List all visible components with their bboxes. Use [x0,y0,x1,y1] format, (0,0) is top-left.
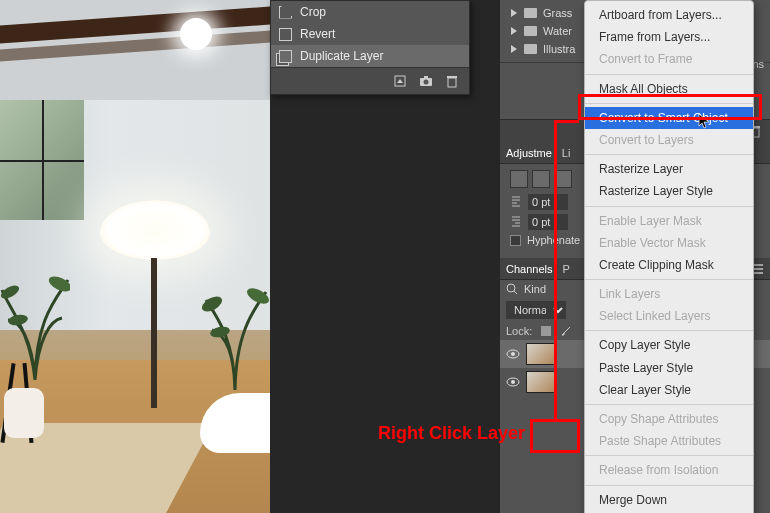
lock-pixels-icon[interactable] [540,325,552,337]
svg-point-14 [507,284,515,292]
brush-icon[interactable] [560,325,572,337]
context-item-merge-down[interactable]: Merge Down [585,489,753,511]
lock-label: Lock: [506,325,532,337]
spacing-input-2[interactable] [528,214,568,230]
tab-libraries[interactable]: Li [562,147,571,159]
context-item-release-from-isolation: Release from Isolation [585,459,753,481]
context-item-link-layers: Link Layers [585,283,753,305]
svg-point-0 [0,283,21,302]
tab-adjustments[interactable]: Adjustme [506,147,552,159]
lamp [100,200,210,260]
visibility-icon[interactable] [506,347,520,361]
svg-rect-10 [448,78,456,87]
context-item-frame-from-layers[interactable]: Frame from Layers... [585,26,753,48]
plant [0,220,70,380]
svg-point-19 [511,380,515,384]
new-preset-icon[interactable] [393,74,407,88]
svg-rect-9 [424,76,428,79]
folder-icon [524,8,537,18]
context-item-copy-shape-attributes: Copy Shape Attributes [585,408,753,430]
plant [200,230,270,390]
folder-label: Grass [543,7,572,19]
svg-rect-15 [541,326,551,336]
tool-preset-dropdown: Crop Revert Duplicate Layer [270,0,470,95]
hyphenate-checkbox[interactable] [510,235,521,246]
context-item-paste-layer-style[interactable]: Paste Layer Style [585,357,753,379]
spacing-input-1[interactable] [528,194,568,210]
tab-paths[interactable]: P [562,263,569,275]
duplicate-icon [279,50,292,63]
layer-thumbnail [526,371,556,393]
context-item-clear-layer-style[interactable]: Clear Layer Style [585,379,753,401]
svg-rect-11 [447,76,457,78]
context-item-convert-to-smart-object[interactable]: Convert to Smart Object [585,107,753,129]
search-icon [506,283,518,295]
folder-icon [524,44,537,54]
adjustment-brightness-icon[interactable] [510,170,528,188]
folder-label: Illustra [543,43,575,55]
context-item-convert-to-frame: Convert to Frame [585,48,753,70]
crop-icon [279,6,292,19]
trash-icon[interactable] [445,74,459,88]
context-item-copy-layer-style[interactable]: Copy Layer Style [585,334,753,356]
menu-item-revert[interactable]: Revert [271,23,469,45]
context-item-rasterize-layer[interactable]: Rasterize Layer [585,158,753,180]
svg-point-8 [424,80,429,85]
context-item-paste-shape-attributes: Paste Shape Attributes [585,430,753,452]
ceiling-light [180,18,212,50]
adjustment-curves-icon[interactable] [554,170,572,188]
indent-left-icon [510,196,522,208]
caret-right-icon [510,45,518,53]
context-item-artboard-from-layers[interactable]: Artboard from Layers... [585,4,753,26]
menu-item-label: Crop [300,5,326,19]
context-item-enable-vector-mask: Enable Vector Mask [585,232,753,254]
svg-point-2 [7,313,28,326]
context-item-mask-all-objects[interactable]: Mask All Objects [585,78,753,100]
revert-icon [279,28,292,41]
hyphenate-label: Hyphenate [527,234,580,246]
dropdown-footer [271,67,469,94]
menu-item-duplicate-layer[interactable]: Duplicate Layer [271,45,469,67]
adjustment-levels-icon[interactable] [532,170,550,188]
context-item-create-clipping-mask[interactable]: Create Clipping Mask [585,254,753,276]
camera-icon[interactable] [419,74,433,88]
blend-mode-select[interactable]: Normal [506,301,566,319]
folder-icon [524,26,537,36]
svg-point-17 [511,352,515,356]
indent-right-icon [510,216,522,228]
chair [0,363,50,453]
context-item-convert-to-layers: Convert to Layers [585,129,753,151]
menu-item-label: Revert [300,27,335,41]
window [0,100,84,220]
caret-right-icon [510,27,518,35]
svg-point-1 [47,273,70,294]
canvas-photo[interactable] [0,0,270,513]
kind-label: Kind [524,283,546,295]
menu-item-label: Duplicate Layer [300,49,383,63]
visibility-icon[interactable] [506,375,520,389]
context-item-enable-layer-mask: Enable Layer Mask [585,210,753,232]
layer-context-menu: Artboard from Layers...Frame from Layers… [584,0,754,513]
tab-channels[interactable]: Channels [506,263,552,275]
folder-label: Water [543,25,572,37]
layer-thumbnail [526,343,556,365]
menu-item-crop[interactable]: Crop [271,1,469,23]
context-item-select-linked-layers: Select Linked Layers [585,305,753,327]
context-item-rasterize-layer-style[interactable]: Rasterize Layer Style [585,180,753,202]
caret-right-icon [510,9,518,17]
